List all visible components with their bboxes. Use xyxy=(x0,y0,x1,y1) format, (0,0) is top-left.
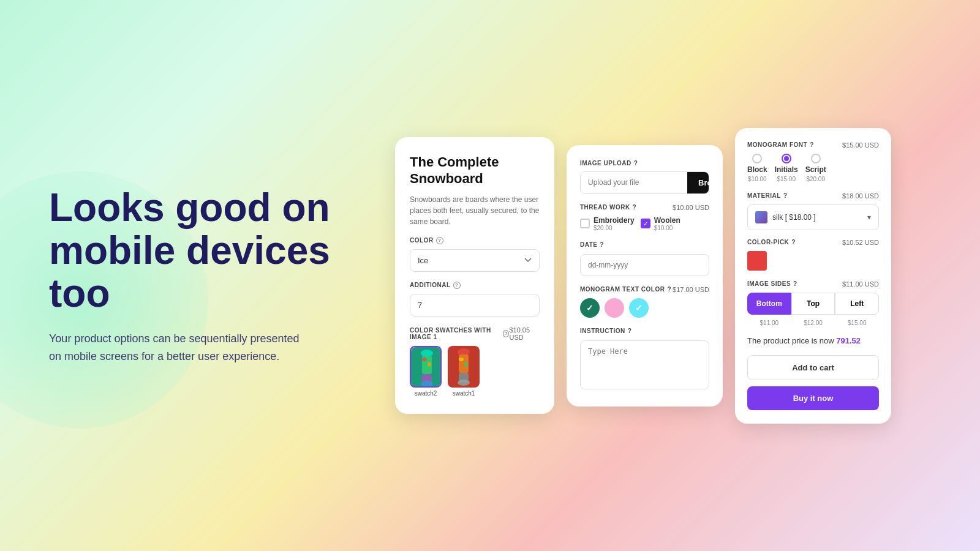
upload-info-icon: ? xyxy=(634,160,638,167)
font-info-icon: ? xyxy=(810,141,814,148)
monogram-color-header: MONOGRAM TEXT COLOR ? $17.00 USD xyxy=(580,286,709,293)
buy-now-button[interactable]: Buy it now xyxy=(747,386,879,410)
color-green[interactable] xyxy=(580,298,600,318)
font-initials[interactable]: Initials $15.00 xyxy=(775,154,798,182)
additional-label: ADDITIONAL ? xyxy=(410,282,540,289)
bottom-price: $11.00 xyxy=(747,320,791,326)
color-pick-swatch[interactable] xyxy=(747,251,767,271)
thread-header: THREAD WORK ? $10.00 USD xyxy=(580,204,709,211)
total-price: 791.52 xyxy=(836,336,861,345)
upload-file-input[interactable] xyxy=(581,172,687,193)
swatches-row: swatch2 swatch1 xyxy=(410,346,540,397)
svg-point-4 xyxy=(428,362,431,367)
svg-point-6 xyxy=(421,381,433,387)
top-price: $12.00 xyxy=(791,320,835,326)
date-label: DATE ? xyxy=(580,241,709,248)
color-cyan[interactable] xyxy=(629,298,649,318)
monogram-card: MONOGRAM FONT ? $15.00 USD Block $10.00 … xyxy=(735,128,891,424)
material-info-icon: ? xyxy=(783,192,788,199)
swatch-2-label: swatch2 xyxy=(410,390,442,397)
script-name: Script xyxy=(805,165,826,174)
initials-price: $15.00 xyxy=(777,176,796,182)
color-select[interactable]: Ice Blue Red xyxy=(410,249,540,272)
product-card: The Complete Snowboard Snowboards are bo… xyxy=(395,137,554,414)
sides-buttons: Bottom Top Left xyxy=(747,293,879,315)
sub-text: Your product options can be sequentially… xyxy=(49,330,306,365)
thread-embroidery[interactable]: Embroidery $20.00 xyxy=(580,216,635,231)
monogram-color-info-icon: ? xyxy=(667,286,671,293)
embroidery-radio[interactable] xyxy=(580,219,590,228)
thread-price: $10.00 USD xyxy=(673,204,709,211)
color-pink[interactable] xyxy=(605,298,624,318)
upload-card: IMAGE UPLOAD ? Browse THREAD WORK ? $10.… xyxy=(567,145,723,407)
upload-row[interactable]: Browse xyxy=(580,171,709,194)
image-sides-header: IMAGE SIDES ? $11.00 USD xyxy=(747,280,879,288)
script-price: $20.00 xyxy=(806,176,825,182)
swatch-1-label: swatch1 xyxy=(448,390,480,397)
upload-header: IMAGE UPLOAD ? xyxy=(580,160,709,167)
initials-radio[interactable] xyxy=(782,154,791,163)
svg-point-13 xyxy=(458,380,470,386)
top-button[interactable]: Top xyxy=(791,293,835,315)
instruction-textarea[interactable] xyxy=(580,340,709,389)
instruction-label: INSTRUCTION ? xyxy=(580,328,709,334)
sides-prices: $11.00 $12.00 $15.00 xyxy=(747,320,879,326)
font-script[interactable]: Script $20.00 xyxy=(805,154,826,182)
thread-options: Embroidery $20.00 Woolen $10.00 xyxy=(580,216,709,231)
swatch-image-2[interactable] xyxy=(410,346,442,388)
color-info-icon: ? xyxy=(436,237,443,244)
instruction-info-icon: ? xyxy=(628,328,632,334)
main-heading: Looks good on mobile devices too xyxy=(49,186,331,315)
embroidery-name: Embroidery xyxy=(594,216,635,225)
woolen-price: $10.00 xyxy=(654,225,680,231)
color-swatches xyxy=(580,298,709,318)
monogram-color-price: $17.00 USD xyxy=(673,286,709,293)
product-title: The Complete Snowboard xyxy=(410,154,540,187)
bottom-button[interactable]: Bottom xyxy=(747,293,791,315)
script-radio[interactable] xyxy=(811,154,821,163)
browse-button[interactable]: Browse xyxy=(687,172,709,193)
svg-point-3 xyxy=(422,358,427,361)
image-sides-price: $11.00 USD xyxy=(842,280,879,288)
product-description: Snowboards are boards where the user pla… xyxy=(410,194,540,227)
left-price: $15.00 xyxy=(835,320,879,326)
svg-point-10 xyxy=(459,358,464,361)
block-price: $10.00 xyxy=(748,176,767,182)
material-value: silk [ $18.00 ] xyxy=(772,213,816,222)
svg-point-11 xyxy=(464,362,468,367)
material-price: $18.00 USD xyxy=(842,192,879,200)
swatches-price: $10.05 USD xyxy=(509,326,540,341)
add-to-cart-button[interactable]: Add to cart xyxy=(747,355,879,380)
additional-info-icon: ? xyxy=(453,282,461,289)
swatch-item-1[interactable]: swatch1 xyxy=(448,346,480,397)
additional-input[interactable] xyxy=(410,294,540,317)
swatch-item-2[interactable]: swatch2 xyxy=(410,346,442,397)
block-radio[interactable] xyxy=(752,154,762,163)
thread-woolen[interactable]: Woolen $10.00 xyxy=(641,216,680,231)
font-header: MONOGRAM FONT ? $15.00 USD xyxy=(747,141,879,149)
date-input[interactable] xyxy=(580,254,709,276)
thread-info-icon: ? xyxy=(633,204,637,211)
swatches-header: COLOR SWATCHES WITH IMAGE 1 ? $10.05 USD xyxy=(410,326,540,341)
color-pick-price: $10.52 USD xyxy=(842,239,879,246)
left-section: Looks good on mobile devices too Your pr… xyxy=(49,186,355,365)
silk-icon xyxy=(755,211,767,223)
material-header: MATERIAL ? $18.00 USD xyxy=(747,192,879,200)
font-options-row: Block $10.00 Initials $15.00 Script $20.… xyxy=(747,154,879,182)
color-pick-header: COLOR-PICK ? $10.52 USD xyxy=(747,239,879,246)
total-text: The product price is now 791.52 xyxy=(747,336,879,345)
date-info-icon: ? xyxy=(600,241,604,248)
font-price: $15.00 USD xyxy=(842,141,879,149)
chevron-down-icon: ▾ xyxy=(867,213,871,222)
block-name: Block xyxy=(747,165,767,174)
swatches-info-icon: ? xyxy=(503,330,509,337)
left-button[interactable]: Left xyxy=(835,293,879,315)
material-dropdown[interactable]: silk [ $18.00 ] ▾ xyxy=(747,204,879,230)
swatch-image-1[interactable] xyxy=(448,346,480,388)
font-block[interactable]: Block $10.00 xyxy=(747,154,767,182)
embroidery-price: $20.00 xyxy=(594,225,635,231)
color-label: COLOR ? xyxy=(410,237,540,244)
woolen-radio[interactable] xyxy=(641,219,650,228)
initials-name: Initials xyxy=(775,165,798,174)
color-pick-info-icon: ? xyxy=(791,239,796,246)
